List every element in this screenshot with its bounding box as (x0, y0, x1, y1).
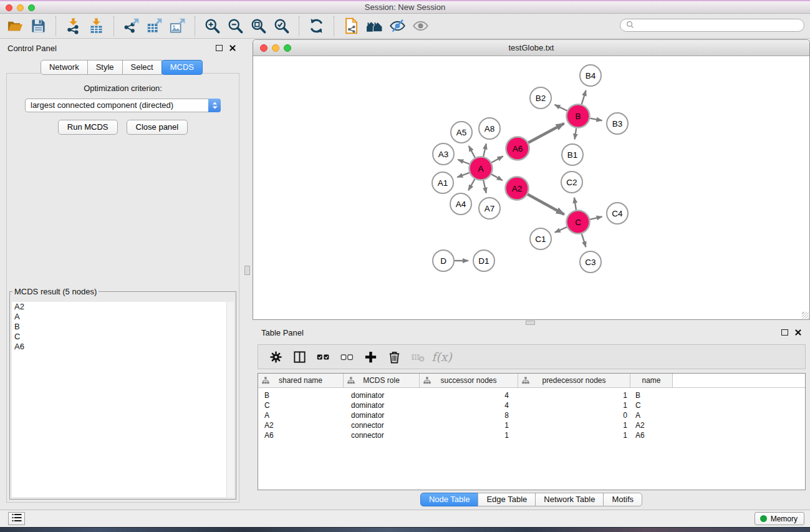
close-panel-icon[interactable] (229, 45, 236, 51)
export-image-button[interactable] (166, 16, 189, 37)
graph-edge[interactable] (528, 123, 564, 143)
mcds-result-item[interactable]: A6 (12, 342, 234, 352)
graph-node[interactable]: D (433, 250, 454, 271)
graph-edge[interactable] (582, 90, 586, 105)
float-table-panel-icon[interactable] (781, 329, 788, 336)
table-cell[interactable]: C (258, 400, 344, 410)
import-table-button[interactable] (85, 16, 108, 37)
table-cell[interactable]: 1 (518, 400, 630, 410)
graph-node[interactable]: B2 (530, 87, 551, 109)
graph-edge[interactable] (555, 105, 567, 111)
network-window-titlebar[interactable]: testGlobe.txt (253, 40, 809, 56)
table-cell[interactable]: 1 (518, 420, 630, 430)
vertical-splitter-handle[interactable] (244, 266, 250, 275)
search-input[interactable] (637, 21, 798, 31)
table-cell[interactable]: 0 (518, 410, 630, 420)
tab-edge-table[interactable]: Edge Table (478, 493, 536, 506)
table-cell[interactable]: dominator (344, 410, 420, 420)
column-header[interactable]: name (630, 374, 673, 387)
table-cell[interactable]: A (258, 410, 344, 420)
table-row[interactable]: Cdominator41C (258, 400, 805, 410)
table-cell[interactable]: 1 (420, 430, 518, 440)
float-panel-icon[interactable] (216, 45, 223, 51)
graph-node[interactable]: A2 (506, 177, 529, 200)
graph-node[interactable]: A8 (479, 118, 500, 139)
table-cell[interactable]: dominator (344, 400, 420, 410)
open-folder-button[interactable] (4, 16, 27, 37)
split-view-button[interactable] (289, 347, 310, 367)
column-header[interactable]: MCDS role (344, 374, 420, 387)
table-row[interactable]: A2connector11A2 (258, 420, 805, 430)
column-header[interactable]: predecessor nodes (518, 374, 630, 387)
refresh-view-button[interactable] (305, 16, 328, 37)
graph-node[interactable]: A3 (433, 143, 454, 165)
graph-edge[interactable] (575, 128, 577, 139)
graph-edge[interactable] (483, 143, 486, 157)
graph-edge[interactable] (582, 234, 586, 248)
graph-node[interactable]: C (567, 211, 590, 234)
graph-node[interactable]: A (470, 157, 493, 180)
graph-node[interactable]: A4 (450, 193, 471, 215)
mcds-result-item[interactable]: B (12, 322, 234, 332)
graph-node[interactable]: A6 (506, 137, 529, 160)
table-row[interactable]: Adominator80A (258, 410, 805, 420)
graph-node[interactable]: B3 (607, 113, 628, 134)
table-row[interactable]: A6connector11A6 (258, 430, 805, 440)
table-cell[interactable]: A2 (258, 420, 344, 430)
network-zoom-button[interactable] (284, 44, 291, 52)
graph-node[interactable]: A5 (451, 122, 472, 143)
graph-edge[interactable] (574, 198, 576, 210)
select-all-checkboxes-button[interactable] (313, 347, 334, 367)
table-cell[interactable]: B (630, 390, 673, 400)
graph-node[interactable]: B4 (580, 65, 601, 86)
zoom-in-button[interactable] (201, 16, 224, 37)
graph-edge[interactable] (590, 118, 602, 121)
mcds-result-item[interactable]: C (12, 332, 234, 342)
table-cell[interactable]: 1 (518, 430, 630, 440)
table-cell[interactable]: A (630, 410, 673, 420)
tab-motifs[interactable]: Motifs (603, 493, 642, 506)
criterion-dropdown[interactable]: largest connected component (directed) (25, 99, 221, 112)
graph-node[interactable]: C1 (530, 228, 551, 249)
export-table-button[interactable] (143, 16, 166, 37)
zoom-selected-button[interactable] (270, 16, 293, 37)
network-minimize-button[interactable] (272, 44, 279, 52)
table-cell[interactable]: 1 (420, 420, 518, 430)
close-window-button[interactable] (6, 4, 12, 11)
graph-node[interactable]: A1 (432, 172, 453, 193)
tab-mcds[interactable]: MCDS (162, 60, 203, 75)
memory-button[interactable]: Memory (755, 512, 804, 525)
minimize-window-button[interactable] (17, 4, 24, 11)
table-cell[interactable]: 1 (518, 390, 630, 400)
zoom-window-button[interactable] (28, 4, 35, 11)
run-mcds-button[interactable]: Run MCDS (58, 120, 118, 135)
graph-edge[interactable] (491, 174, 503, 180)
graph-edge[interactable] (528, 194, 564, 214)
graph-edge[interactable] (457, 173, 469, 177)
search-box[interactable] (620, 19, 804, 32)
tab-node-table[interactable]: Node Table (420, 493, 479, 506)
graph-node[interactable]: A7 (479, 198, 500, 219)
table-cell[interactable]: B (258, 390, 344, 400)
table-cell[interactable]: C (630, 400, 673, 410)
graph-edge[interactable] (590, 216, 602, 219)
network-canvas[interactable]: B4B2BB3A8A5A6A3B1AC2A1A2A4A7C4CC1C3DD1 (253, 56, 809, 319)
graph-node[interactable]: B (567, 105, 590, 128)
close-panel-button[interactable]: Close panel (127, 120, 188, 135)
window-resize-grip[interactable] (802, 312, 809, 319)
column-header[interactable]: shared name (258, 374, 344, 387)
gear-button[interactable] (266, 347, 286, 367)
table-cell[interactable]: A6 (630, 430, 673, 440)
zoom-fit-button[interactable] (247, 16, 270, 37)
table-cell[interactable]: 4 (420, 400, 518, 410)
task-history-button[interactable] (8, 512, 25, 525)
hide-graphics-details-button[interactable] (386, 16, 409, 37)
tab-network[interactable]: Network (41, 60, 88, 75)
deselect-all-checkboxes-button[interactable] (337, 347, 357, 367)
graph-node[interactable]: C3 (580, 251, 601, 273)
table-cell[interactable]: connector (344, 420, 420, 430)
graph-node[interactable]: C2 (561, 172, 582, 193)
table-cell[interactable]: A2 (630, 420, 673, 430)
mcds-result-item[interactable]: A (12, 312, 234, 322)
import-network-button[interactable] (62, 16, 85, 37)
